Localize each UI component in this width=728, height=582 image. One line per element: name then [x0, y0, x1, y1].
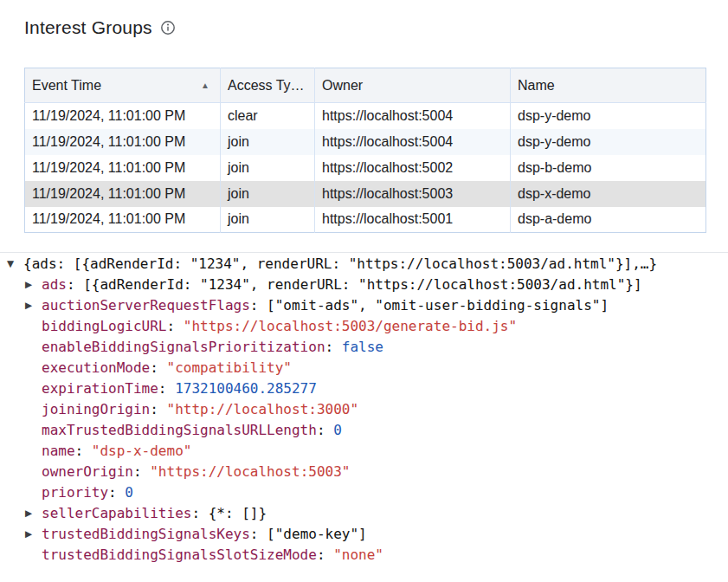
table-header-row: Event Time ▲ Access Ty… Owner Name	[25, 68, 706, 103]
cell-access-type: join	[221, 129, 315, 155]
token-plain: :	[250, 526, 267, 542]
table-row[interactable]: 11/19/2024, 11:01:00 PMjoinhttps://local…	[25, 155, 706, 181]
token-key: ownerOrigin	[42, 463, 133, 480]
token-string: "dsp-x-demo"	[92, 443, 192, 459]
cell-event-time: 11/19/2024, 11:01:00 PM	[25, 181, 221, 207]
token-key: priority	[42, 484, 108, 501]
token-key: executionMode	[42, 359, 150, 376]
token-plain: ["omit-ads", "omit-user-bidding-signals"…	[267, 297, 609, 314]
token-plain: {*: []}	[209, 505, 267, 521]
token-string: "https://localhost:5003/generate-bid.js"	[184, 318, 517, 334]
tree-row[interactable]: enableBiddingSignalsPrioritization: fals…	[0, 336, 728, 357]
column-header-name[interactable]: Name	[511, 68, 706, 103]
column-header-event-time[interactable]: Event Time ▲	[25, 68, 221, 103]
tree-row[interactable]: ▶sellerCapabilities: {*: []}	[0, 502, 728, 523]
cell-access-type: clear	[221, 103, 315, 129]
token-boolean: false	[342, 339, 383, 355]
token-key: biddingLogicURL	[42, 318, 167, 334]
tree-row[interactable]: maxTrustedBiddingSignalsURLLength: 0	[0, 419, 728, 440]
column-label: Name	[518, 78, 555, 93]
table-row[interactable]: 11/19/2024, 11:01:00 PMjoinhttps://local…	[25, 181, 706, 207]
triangle-right-icon[interactable]: ▶	[25, 529, 42, 539]
tree-row[interactable]: ▼{ads: [{adRenderId: "1234", renderURL: …	[0, 253, 728, 274]
token-string: "http://localhost:3000"	[167, 401, 359, 417]
interest-groups-table: Event Time ▲ Access Ty… Owner Name 11/19…	[24, 68, 706, 233]
column-label: Access Ty…	[228, 78, 305, 93]
table-row[interactable]: 11/19/2024, 11:01:00 PMjoinhttps://local…	[25, 129, 706, 155]
tree-row[interactable]: name: "dsp-x-demo"	[0, 440, 728, 461]
cell-name: dsp-y-demo	[511, 103, 706, 129]
token-plain: :	[150, 401, 166, 417]
json-tree: ▼{ads: [{adRenderId: "1234", renderURL: …	[0, 253, 728, 565]
cell-event-time: 11/19/2024, 11:01:00 PM	[25, 207, 221, 233]
tree-row[interactable]: biddingLogicURL: "https://localhost:5003…	[0, 315, 728, 336]
token-key: sellerCapabilities	[42, 505, 191, 521]
cell-event-time: 11/19/2024, 11:01:00 PM	[25, 103, 221, 129]
token-key: joiningOrigin	[42, 401, 150, 417]
token-plain: :	[108, 484, 125, 501]
column-label: Owner	[322, 78, 363, 93]
token-plain: :	[75, 443, 92, 459]
tree-row[interactable]: ownerOrigin: "https://localhost:5003"	[0, 461, 728, 482]
token-key: expirationTime	[42, 380, 158, 397]
token-plain: :	[191, 505, 208, 521]
sort-ascending-icon: ▲	[201, 81, 209, 90]
cell-owner: https://localhost:5004	[315, 103, 511, 129]
cell-access-type: join	[221, 155, 315, 181]
triangle-down-icon[interactable]: ▼	[7, 259, 23, 268]
cell-owner: https://localhost:5001	[315, 207, 511, 233]
page-header: Interest Groups	[24, 17, 176, 38]
token-plain: :	[317, 546, 333, 563]
table-row[interactable]: 11/19/2024, 11:01:00 PMjoinhttps://local…	[25, 207, 706, 233]
token-plain: :	[325, 339, 342, 355]
token-key: name	[42, 443, 75, 459]
token-key: trustedBiddingSignalsSlotSizeMode	[42, 546, 317, 563]
cell-access-type: join	[221, 181, 315, 207]
cell-event-time: 11/19/2024, 11:01:00 PM	[25, 155, 221, 181]
token-key: maxTrustedBiddingSignalsURLLength	[42, 422, 317, 438]
cell-access-type: join	[221, 207, 315, 233]
token-key: ads	[42, 276, 67, 293]
cell-name: dsp-b-demo	[511, 155, 706, 181]
table-row[interactable]: 11/19/2024, 11:01:00 PMclearhttps://loca…	[25, 103, 706, 129]
token-plain: :	[167, 318, 184, 334]
tree-row[interactable]: ▶ads: [{adRenderId: "1234", renderURL: "…	[0, 274, 728, 294]
column-label: Event Time	[32, 78, 101, 93]
triangle-right-icon[interactable]: ▶	[25, 280, 42, 289]
cell-owner: https://localhost:5003	[315, 181, 511, 207]
tree-row[interactable]: trustedBiddingSignalsSlotSizeMode: "none…	[0, 544, 728, 565]
tree-row[interactable]: expirationTime: 1732100460.285277	[0, 378, 728, 398]
cell-name: dsp-x-demo	[511, 181, 706, 207]
column-header-access-type[interactable]: Access Ty…	[221, 68, 315, 103]
tree-row[interactable]: ▶auctionServerRequestFlags: ["omit-ads",…	[0, 294, 728, 315]
page-title: Interest Groups	[24, 17, 152, 38]
token-plain: :	[150, 359, 166, 376]
token-plain: :	[133, 463, 150, 480]
token-string: "compatibility"	[167, 359, 293, 376]
column-header-owner[interactable]: Owner	[315, 68, 511, 103]
tree-row[interactable]: ▶trustedBiddingSignalsKeys: ["demo-key"]	[0, 523, 728, 544]
token-number: 0	[125, 484, 133, 501]
token-key: trustedBiddingSignalsKeys	[42, 526, 250, 542]
cell-event-time: 11/19/2024, 11:01:00 PM	[25, 129, 221, 155]
token-plain: :	[317, 422, 333, 438]
table-body: 11/19/2024, 11:01:00 PMclearhttps://loca…	[25, 103, 706, 233]
token-string: "https://localhost:5003"	[150, 463, 350, 480]
token-number: 0	[333, 422, 342, 438]
cell-owner: https://localhost:5004	[315, 129, 511, 155]
token-plain: {ads: [{adRenderId: "1234", renderURL: "…	[23, 255, 657, 272]
token-key: enableBiddingSignalsPrioritization	[42, 339, 325, 355]
token-plain: ["demo-key"]	[267, 526, 367, 542]
tree-row[interactable]: priority: 0	[0, 482, 728, 502]
token-string: "none"	[333, 546, 383, 563]
tree-row[interactable]: joiningOrigin: "http://localhost:3000"	[0, 398, 728, 419]
token-number: 1732100460.285277	[175, 380, 317, 397]
token-plain: :	[158, 380, 175, 397]
info-icon[interactable]	[160, 20, 176, 36]
triangle-right-icon[interactable]: ▶	[25, 508, 42, 518]
tree-row[interactable]: executionMode: "compatibility"	[0, 357, 728, 378]
token-plain: [{adRenderId: "1234", renderURL: "https:…	[83, 276, 641, 293]
triangle-right-icon[interactable]: ▶	[25, 301, 42, 310]
token-key: auctionServerRequestFlags	[42, 297, 250, 314]
token-plain: :	[250, 297, 267, 314]
